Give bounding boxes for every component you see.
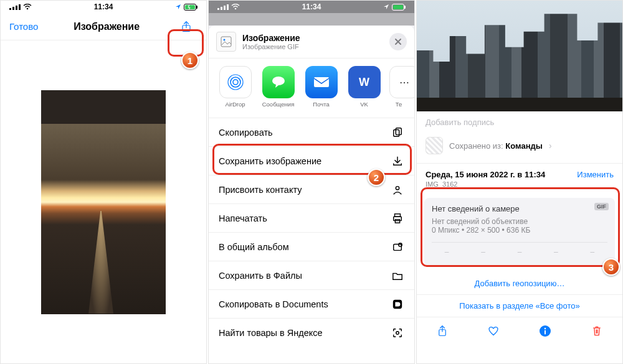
- nav-title: Изображение: [74, 21, 140, 32]
- svg-rect-2: [16, 6, 17, 10]
- app-label: Сообщения: [260, 101, 296, 108]
- action-label: Скопировать: [219, 128, 273, 138]
- copy-icon: [391, 127, 404, 138]
- svg-rect-36: [545, 330, 546, 334]
- svg-rect-1: [12, 7, 14, 10]
- edit-date-button[interactable]: Изменить: [577, 170, 614, 179]
- info-icon: [539, 325, 551, 337]
- vk-icon: W: [348, 66, 381, 98]
- status-time: 11:34: [302, 2, 321, 11]
- action-save-image[interactable]: Сохранить изображение: [209, 147, 414, 175]
- image-preview[interactable]: [41, 90, 166, 314]
- action-label: Сохранить в Файлы: [219, 271, 302, 281]
- share-app-messages[interactable]: Сообщения: [260, 66, 296, 108]
- signal-icon: [217, 4, 229, 10]
- action-label: Скопировать в Documents: [219, 299, 328, 309]
- status-bar: 11:34: [209, 1, 414, 13]
- wifi-icon: [231, 4, 240, 10]
- nav-bar: Готово Изображение: [1, 13, 206, 40]
- mail-icon: [305, 66, 338, 98]
- battery-icon: [184, 4, 197, 11]
- svg-rect-22: [314, 77, 329, 87]
- svg-point-19: [233, 80, 238, 85]
- caption-input[interactable]: Добавить подпись: [417, 111, 622, 134]
- action-print[interactable]: Напечатать: [209, 204, 414, 233]
- show-in-all-photos-button[interactable]: Показать в разделе «Все фото»: [417, 295, 622, 317]
- sheet-thumbnail: [216, 32, 236, 52]
- trash-icon: [591, 325, 602, 337]
- svg-point-20: [231, 77, 240, 87]
- screen-1: 11:34 Готово Изображение 1: [0, 0, 207, 364]
- share-apps-row: AirDrop Сообщения Почта W VK ⋯ Те: [209, 58, 414, 118]
- bottom-toolbar: [417, 317, 622, 347]
- delete-button[interactable]: [591, 325, 602, 339]
- photo-preview[interactable]: [417, 1, 622, 111]
- svg-rect-10: [221, 7, 222, 10]
- photo-date: Среда, 15 июня 2022 г. в 11:34: [426, 170, 545, 179]
- lens-info: Нет сведений об объективе: [432, 217, 607, 226]
- svg-rect-7: [196, 6, 197, 9]
- action-yandex-search[interactable]: Найти товары в Яндексе: [209, 319, 414, 347]
- svg-rect-0: [9, 8, 11, 10]
- location-icon: [383, 4, 389, 10]
- share-actions-list: Скопировать Сохранить изображение Присво…: [209, 118, 414, 363]
- sheet-header: Изображение Изображение GIF: [209, 26, 414, 58]
- share-button[interactable]: [437, 325, 448, 339]
- svg-rect-24: [396, 128, 401, 134]
- share-app-mail[interactable]: Почта: [303, 66, 339, 108]
- screen-3: Добавить подпись Сохранено из: Команды ›…: [416, 0, 623, 364]
- close-button[interactable]: [389, 33, 407, 50]
- action-copy[interactable]: Скопировать: [209, 118, 414, 147]
- shared-album-icon: [391, 241, 404, 253]
- airdrop-icon: [219, 66, 252, 98]
- share-app-airdrop[interactable]: AirDrop: [217, 66, 253, 108]
- contact-icon: [391, 184, 404, 195]
- action-label: Напечатать: [219, 213, 267, 223]
- svg-point-13: [235, 8, 237, 10]
- svg-rect-11: [224, 6, 226, 10]
- sheet-title: Изображение: [242, 33, 383, 43]
- app-label: Почта: [303, 101, 339, 108]
- step-bubble-3: 3: [602, 258, 620, 276]
- share-app-vk[interactable]: W VK: [346, 66, 382, 108]
- heart-icon: [488, 325, 499, 337]
- action-label: Сохранить изображение: [219, 156, 321, 166]
- action-shared-album[interactable]: В общий альбом: [209, 233, 414, 261]
- svg-rect-15: [393, 5, 403, 9]
- svg-point-18: [224, 39, 226, 41]
- folder-icon: [391, 270, 404, 281]
- info-button[interactable]: [539, 325, 551, 340]
- signal-icon: [9, 4, 21, 10]
- screen-2: 11:34 Изображение Изображение GIF AirDro…: [208, 0, 415, 364]
- image-icon: [221, 36, 232, 47]
- app-label: VK: [346, 101, 382, 108]
- svg-rect-16: [404, 6, 406, 9]
- camera-info-header: Нет сведений о камере: [432, 204, 607, 213]
- sheet-subtitle: Изображение GIF: [242, 43, 383, 51]
- svg-rect-12: [227, 4, 229, 10]
- step-bubble-2: 2: [368, 169, 385, 186]
- saved-from-row[interactable]: Сохранено из: Команды ›: [417, 134, 622, 163]
- share-icon: [181, 21, 192, 32]
- svg-point-32: [396, 332, 399, 335]
- svg-rect-28: [395, 219, 399, 222]
- add-location-button[interactable]: Добавить геопозицию…: [417, 273, 622, 294]
- share-app-more[interactable]: ⋯ Те: [389, 66, 408, 108]
- close-icon: [394, 38, 402, 45]
- location-icon: [175, 4, 181, 10]
- done-button[interactable]: Готово: [9, 21, 38, 32]
- svg-rect-27: [394, 217, 402, 220]
- share-button[interactable]: [175, 16, 197, 38]
- more-icon: ⋯: [389, 66, 414, 98]
- print-icon: [391, 213, 404, 224]
- wifi-icon: [23, 4, 32, 10]
- svg-rect-23: [394, 129, 399, 136]
- action-label: В общий альбом: [219, 242, 289, 252]
- camera-info-card: Нет сведений о камере GIF Нет сведений о…: [424, 198, 615, 266]
- action-save-files[interactable]: Сохранить в Файлы: [209, 261, 414, 290]
- saved-from-label: Сохранено из: Команды: [449, 141, 543, 151]
- battery-icon: [392, 4, 406, 11]
- action-copy-documents[interactable]: Скопировать в Documents: [209, 290, 414, 319]
- svg-point-4: [27, 8, 29, 10]
- favorite-button[interactable]: [488, 325, 499, 339]
